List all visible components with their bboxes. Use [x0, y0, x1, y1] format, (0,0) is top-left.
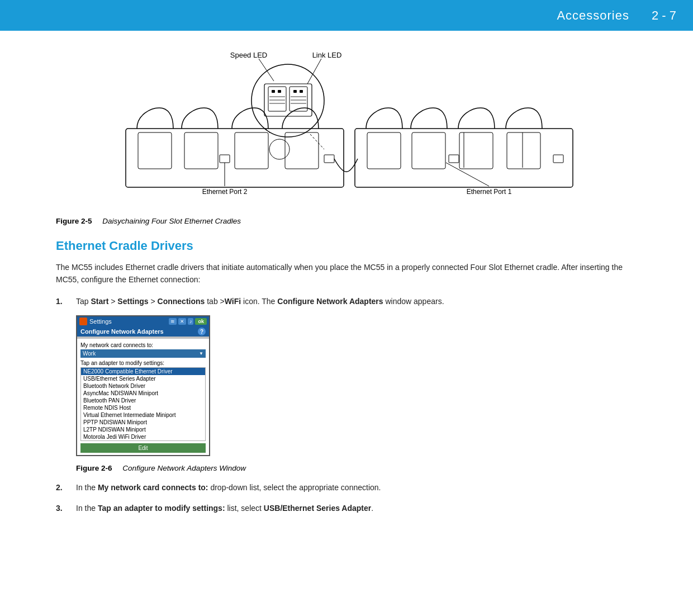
ss-ok-button[interactable]: ok [195, 318, 207, 325]
page-number: 2 - 7 [652, 8, 676, 23]
figure-6-caption: Figure 2-6 Configure Network Adapters Wi… [76, 464, 637, 472]
svg-line-26 [310, 134, 324, 149]
svg-rect-21 [235, 132, 268, 169]
svg-point-27 [269, 139, 289, 159]
svg-rect-33 [449, 155, 459, 163]
ss-list-item-ne2000[interactable]: NE2000 Compatible Ethernet Driver [81, 368, 205, 375]
step-1-number: 1. [56, 295, 76, 307]
ss-titlebar: Settings ≋ ✕ ♪ ok [77, 316, 209, 326]
figure-5-title: Daisychaining Four Slot Ethernet Cradles [102, 217, 241, 225]
svg-text:Link LED: Link LED [312, 51, 342, 59]
svg-text:Ethernet Port 2: Ethernet Port 2 [202, 188, 248, 196]
ss-list-item-remote-ndis[interactable]: Remote NDIS Host [81, 404, 205, 411]
ss-dropdown-work[interactable]: Work ▼ [80, 349, 206, 358]
daisy-chain-figure: Speed LED Link LED [109, 48, 584, 211]
step-2: 2. In the My network card connects to: d… [56, 481, 637, 494]
ss-list-item-l2tp[interactable]: L2TP NDISWAN Miniport [81, 426, 205, 433]
configure-network-adapters-screenshot: Settings ≋ ✕ ♪ ok Configure Network Adap… [76, 315, 210, 456]
ss-icon-speaker: ♪ [188, 318, 194, 325]
ss-list-item-moto-jedi[interactable]: Motorola Jedi WiFi Driver [81, 433, 205, 440]
ss-help-icon[interactable]: ? [198, 328, 206, 335]
ss-body: My network card connects to: Work ▼ Tap … [77, 339, 209, 455]
ss-list-item-usb-eth[interactable]: USB/Ethernet Series Adapter [81, 375, 205, 382]
ss-label-network-card: My network card connects to: [80, 342, 206, 348]
header-bar: Accessories 2 - 7 [0, 0, 693, 31]
step-3: 3. In the Tap an adapter to modify setti… [56, 502, 637, 514]
ss-list-item-asyncmac[interactable]: AsyncMac NDISWAN Miniport [81, 390, 205, 397]
step-3-number: 3. [56, 502, 76, 514]
svg-text:Ethernet Port 1: Ethernet Port 1 [467, 188, 512, 196]
svg-rect-11 [300, 90, 303, 93]
ss-edit-button[interactable]: Edit [80, 443, 206, 453]
step-1-content: Tap Start > Settings > Connections tab >… [76, 295, 637, 307]
svg-rect-8 [272, 90, 275, 93]
ss-adapter-list[interactable]: NE2000 Compatible Ethernet Driver USB/Et… [80, 367, 206, 441]
chevron-down-icon: ▼ [199, 351, 203, 356]
svg-rect-29 [367, 132, 401, 169]
ss-list-item-virtual-eth[interactable]: Virtual Ethernet Intermediate Miniport [81, 411, 205, 419]
ss-configure-title-bar: Configure Network Adapters ? [77, 326, 209, 337]
svg-rect-19 [138, 132, 172, 169]
step-2-number: 2. [56, 481, 76, 494]
svg-rect-32 [507, 132, 540, 169]
ss-titlebar-icons: ≋ ✕ ♪ ok [169, 318, 207, 325]
svg-text:Speed LED: Speed LED [230, 51, 268, 59]
step-2-content: In the My network card connects to: drop… [76, 481, 637, 494]
ss-list-item-pptp[interactable]: PPTP NDISWAN Miniport [81, 419, 205, 426]
svg-rect-9 [278, 90, 281, 93]
intro-paragraph: The MC55 includes Ethernet cradle driver… [56, 261, 637, 286]
svg-rect-6 [268, 87, 286, 111]
svg-line-2 [259, 59, 274, 81]
ss-icon-wifi: ✕ [178, 318, 186, 325]
main-content: Speed LED Link LED [0, 31, 693, 544]
figure-6-label: Figure 2-6 [76, 464, 112, 472]
ss-label-adapter: Tap an adapter to modify settings: [80, 360, 206, 366]
ss-list-item-bt-pan[interactable]: Bluetooth PAN Driver [81, 397, 205, 404]
ss-configure-title-text: Configure Network Adapters [80, 328, 164, 335]
step-1: 1. Tap Start > Settings > Connections ta… [56, 295, 637, 307]
section-title: Accessories [557, 8, 629, 23]
svg-point-4 [251, 64, 324, 137]
figure-5-container: Speed LED Link LED [56, 48, 637, 225]
figure-6-title: Configure Network Adapters Window [122, 464, 246, 472]
svg-rect-30 [412, 132, 445, 169]
svg-rect-23 [220, 155, 230, 163]
windows-logo-icon [79, 318, 87, 325]
section-heading-ethernet-cradle: Ethernet Cradle Drivers [56, 239, 637, 253]
step-3-content: In the Tap an adapter to modify settings… [76, 502, 637, 514]
svg-rect-31 [459, 132, 493, 169]
svg-rect-34 [553, 155, 563, 163]
svg-line-39 [446, 163, 489, 186]
svg-rect-20 [184, 132, 218, 169]
ss-dropdown-value: Work [83, 350, 96, 357]
ss-titlebar-left: Settings [79, 318, 112, 325]
figure-5-label: Figure 2-5 [56, 217, 92, 225]
svg-rect-10 [293, 90, 297, 93]
ss-title-text: Settings [89, 318, 112, 325]
svg-rect-24 [324, 155, 334, 163]
ss-icon-signal: ≋ [169, 318, 177, 325]
figure-5-caption: Figure 2-5 Daisychaining Four Slot Ether… [56, 217, 241, 225]
ss-list-item-bluetooth-net[interactable]: Bluetooth Network Driver [81, 382, 205, 390]
